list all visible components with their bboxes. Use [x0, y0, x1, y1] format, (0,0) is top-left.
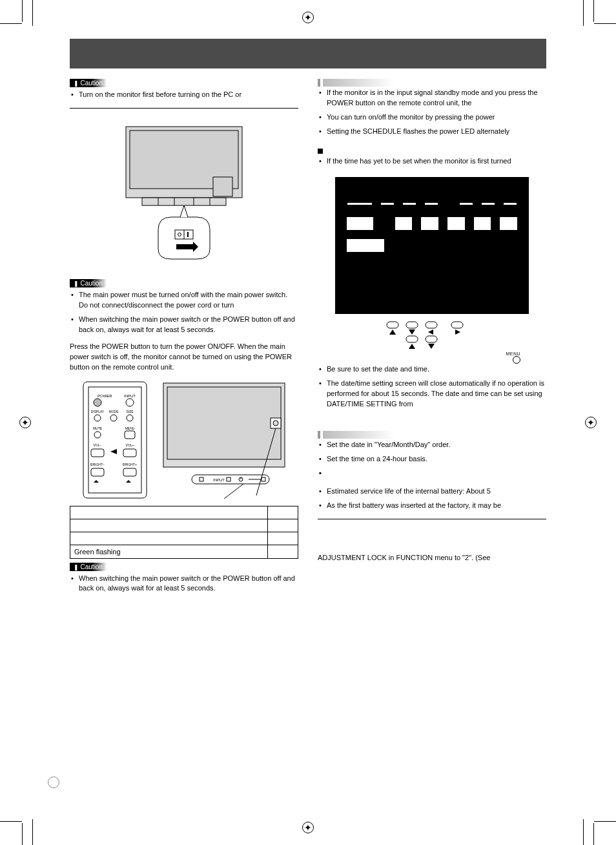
- svg-rect-40: [167, 387, 281, 459]
- registration-mark-icon: [585, 417, 597, 428]
- list-item: Set the date in "Year/Month/Day" order.: [318, 440, 546, 450]
- svg-marker-64: [428, 344, 435, 349]
- table-row: [70, 519, 298, 532]
- figure-osd-screen: [335, 177, 529, 314]
- table-cell: [70, 532, 268, 545]
- svg-marker-56: [409, 329, 415, 335]
- caution-list: When switching the main power switch or …: [70, 574, 298, 594]
- svg-text:BRIGHT−: BRIGHT−: [90, 463, 105, 466]
- table-cell: Green flashing: [70, 545, 268, 558]
- figure-main-power-switch: [70, 120, 298, 264]
- table-cell: [267, 519, 298, 532]
- crop-mark: [594, 821, 616, 822]
- crop-mark: [583, 819, 584, 845]
- list-item: Setting the SCHEDULE flashes the power L…: [318, 127, 546, 137]
- crop-mark: [22, 0, 23, 22]
- crop-mark: [593, 823, 594, 845]
- svg-text:INPUT: INPUT: [213, 478, 225, 482]
- remote-label: POWER: [98, 394, 112, 398]
- svg-point-21: [110, 415, 117, 421]
- paragraph: ADJUSTMENT LOCK in FUNCTION menu to "2".…: [318, 553, 546, 563]
- caution-badge: Caution: [70, 79, 107, 87]
- paragraph: Press the POWER button to turn the power…: [70, 342, 298, 373]
- svg-rect-59: [451, 322, 463, 328]
- list-item: Set the time on a 24-hour basis.: [318, 454, 546, 464]
- crop-mark: [32, 0, 33, 26]
- svg-point-16: [126, 399, 134, 406]
- table-cell: [70, 506, 268, 519]
- svg-text:MODE: MODE: [109, 410, 119, 413]
- svg-text:DISPLAY: DISPLAY: [91, 410, 105, 413]
- info-list: Estimated service life of the internal b…: [318, 486, 546, 511]
- list-item: If the monitor is in the input signal st…: [318, 88, 546, 109]
- svg-rect-3: [142, 198, 226, 205]
- svg-rect-63: [426, 336, 437, 342]
- crop-mark: [594, 23, 616, 24]
- list-item: When switching the main power switch or …: [70, 315, 298, 335]
- caution-badge: Caution: [70, 279, 107, 287]
- svg-point-20: [94, 415, 101, 421]
- svg-rect-30: [123, 449, 136, 457]
- svg-text:MENU: MENU: [125, 426, 135, 430]
- table-row: [70, 506, 298, 519]
- svg-line-52: [224, 484, 243, 499]
- crop-mark: [593, 0, 594, 22]
- registration-mark-icon: [19, 417, 31, 428]
- registration-mark-icon: [302, 12, 314, 23]
- list-item: Be sure to set the date and time.: [318, 364, 546, 375]
- table-row: [70, 532, 298, 545]
- tips-heading: [318, 79, 546, 87]
- svg-point-24: [94, 432, 101, 438]
- list-item: As the first battery was inserted at the…: [318, 501, 546, 511]
- table-cell: [267, 545, 298, 558]
- crop-mark: [0, 821, 22, 822]
- svg-rect-53: [387, 322, 398, 328]
- info-list: Be sure to set the date and time. The da…: [318, 364, 546, 410]
- divider: [318, 519, 546, 519]
- tips-heading: [318, 431, 546, 439]
- svg-point-22: [127, 415, 133, 421]
- svg-rect-61: [406, 336, 418, 342]
- figure-osd-buttons: [318, 318, 546, 351]
- tips-list: If the monitor is in the input signal st…: [318, 88, 546, 137]
- tips-list: Set the date in "Year/Month/Day" order. …: [318, 440, 546, 464]
- registration-mark-icon: [302, 822, 314, 833]
- list-item: You can turn on/off the monitor by press…: [318, 112, 546, 123]
- left-column: Caution Turn on the monitor first before…: [70, 75, 298, 600]
- svg-rect-57: [426, 322, 437, 328]
- svg-rect-26: [125, 431, 135, 439]
- svg-text:INPUT: INPUT: [124, 394, 136, 398]
- svg-marker-54: [389, 329, 396, 335]
- menu-button-label: MENU: [318, 351, 546, 364]
- list-item: The date/time setting screen will close …: [318, 379, 546, 410]
- svg-point-42: [273, 421, 278, 426]
- list-item: When switching the main power switch or …: [70, 574, 298, 594]
- info-list: If the time has yet to be set when the m…: [318, 156, 546, 167]
- status-table: Green flashing: [70, 506, 298, 559]
- square-bullet-icon: [318, 149, 323, 154]
- table-row: Green flashing: [70, 545, 298, 558]
- svg-marker-58: [428, 329, 433, 335]
- menu-button-icon: [513, 356, 520, 364]
- table-cell: [267, 532, 298, 545]
- section-header-bar: [70, 39, 546, 68]
- divider: [70, 108, 298, 109]
- list-item: Estimated service life of the internal b…: [318, 486, 546, 497]
- table-cell: [267, 506, 298, 519]
- table-cell: [70, 519, 268, 532]
- right-column: If the monitor is in the input signal st…: [318, 75, 546, 600]
- list-item: If the time has yet to be set when the m…: [318, 156, 546, 167]
- svg-marker-62: [409, 344, 415, 349]
- list-item: Turn on the monitor first before turning…: [70, 90, 298, 100]
- svg-text:BRIGHT+: BRIGHT+: [123, 463, 137, 466]
- caution-badge: Caution: [70, 563, 107, 571]
- list-item: The main power must be turned on/off wit…: [70, 290, 298, 311]
- caution-list: The main power must be turned on/off wit…: [70, 290, 298, 335]
- crop-mark: [32, 819, 33, 845]
- svg-text:SIZE: SIZE: [126, 410, 134, 413]
- svg-text:VOL−: VOL−: [94, 443, 102, 447]
- svg-rect-29: [91, 449, 104, 457]
- caution-list: Turn on the monitor first before turning…: [70, 90, 298, 100]
- svg-marker-60: [455, 329, 460, 335]
- svg-text:VOL+: VOL+: [126, 443, 134, 447]
